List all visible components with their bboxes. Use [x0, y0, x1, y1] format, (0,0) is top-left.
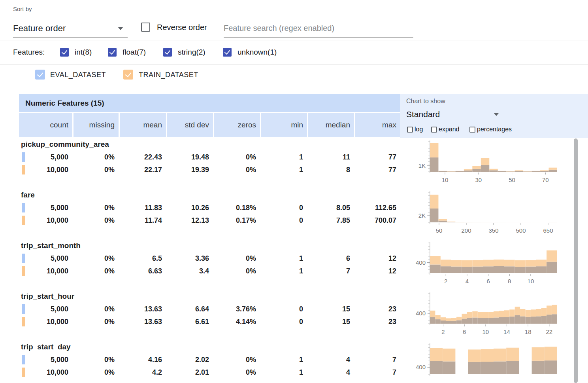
chart-type-value: Standard: [406, 110, 440, 119]
stat-value: 5,000: [19, 252, 72, 264]
feature-histogram[interactable]: 1K10305070: [407, 138, 565, 188]
sort-by-select[interactable]: Feature order: [13, 20, 128, 38]
filter-int-checkbox[interactable]: [60, 48, 69, 57]
feature-name: trip_start_month: [21, 241, 81, 250]
stat-value: 700.07: [354, 214, 400, 226]
column-header-median: median: [307, 113, 354, 137]
column-header-stddev: std dev: [166, 113, 213, 137]
check-icon: [125, 71, 132, 78]
log-checkbox[interactable]: [407, 127, 413, 133]
eval-dataset-checkbox[interactable]: [35, 70, 45, 80]
feature-histogram[interactable]: 2K50200350500650: [407, 188, 565, 239]
stat-value: 10,000: [19, 316, 72, 328]
filter-string-checkbox[interactable]: [163, 48, 172, 57]
column-header-min: min: [260, 113, 307, 137]
log-toggle: log: [407, 126, 423, 133]
stats-column-headers: count missing mean std dev zeros min med…: [19, 113, 400, 137]
filter-unknown-checkbox[interactable]: [223, 48, 232, 57]
dataset-color-swatch: [22, 355, 25, 364]
chart-x-tick-label: 10: [482, 328, 489, 335]
train-dataset-label: TRAIN_DATASET: [139, 71, 198, 79]
chart-x-tick-label: 2: [441, 328, 445, 335]
chart-x-tick-label: 8: [508, 278, 511, 284]
column-header-missing: missing: [72, 113, 119, 137]
stat-value: 7.85: [307, 214, 354, 226]
chart-type-select[interactable]: Standard: [406, 107, 501, 122]
numeric-features-title: Numeric Features (15): [19, 94, 400, 112]
features-filter-label: Features:: [13, 48, 45, 57]
stat-value: 0%: [72, 202, 119, 214]
stat-value: 10,000: [19, 366, 72, 378]
expand-label: expand: [439, 126, 460, 133]
stat-value: 112.65: [354, 202, 400, 214]
stat-row-train: 10,0000%13.636.614.14%01523: [19, 316, 400, 328]
chevron-down-icon: [494, 113, 499, 116]
stat-value: 5,000: [19, 354, 72, 366]
stat-value: 0%: [213, 252, 260, 264]
check-icon: [165, 49, 170, 55]
column-header-zeros: zeros: [213, 113, 260, 137]
percentages-checkbox[interactable]: [469, 127, 475, 133]
feature-block: pickup_community_area5,0000%22.4319.480%…: [0, 138, 588, 188]
chart-x-tick-label: 70: [542, 176, 549, 183]
chart-x-tick-label: 650: [543, 227, 553, 234]
feature-name: pickup_community_area: [21, 140, 109, 149]
dataset-color-swatch: [22, 216, 25, 225]
stat-row-train: 10,0000%11.7412.130.17%07.85700.07: [19, 214, 400, 226]
stat-value: 7: [354, 366, 400, 378]
stat-value: 1: [260, 164, 307, 176]
stat-value: 3.4: [166, 265, 213, 277]
expand-checkbox[interactable]: [431, 127, 437, 133]
stat-value: 1: [260, 151, 307, 163]
train-dataset-checkbox[interactable]: [123, 70, 133, 80]
dataset-color-swatch: [22, 266, 25, 276]
stat-value: 6: [307, 252, 354, 264]
stat-value: 0%: [213, 366, 260, 378]
feature-histogram[interactable]: 400246810: [407, 239, 565, 290]
column-header-mean: mean: [119, 113, 166, 137]
sort-by-label: Sort by: [13, 6, 32, 12]
stat-row-train: 10,0000%4.22.010%147: [19, 366, 400, 378]
stat-value: 0%: [72, 303, 119, 315]
stat-value: 12.13: [166, 214, 213, 226]
chart-y-tick-label: 1K: [418, 162, 426, 169]
stat-row-eval: 5,0000%6.53.360%1612: [19, 252, 400, 264]
feature-search-input[interactable]: [224, 19, 413, 38]
feature-histogram[interactable]: 4002610141822: [407, 290, 565, 340]
stat-value: 5,000: [19, 151, 72, 163]
stat-value: 6.64: [166, 303, 213, 315]
stat-value: 10,000: [19, 265, 72, 277]
chart-to-show-label: Chart to show: [406, 98, 445, 105]
filter-float-checkbox[interactable]: [108, 48, 117, 57]
stat-value: 13.63: [119, 316, 166, 328]
filter-string-label: string(2): [178, 48, 205, 57]
feature-block: trip_start_day5,0000%4.162.020%14710,000…: [0, 340, 588, 383]
percentages-label: percentages: [477, 126, 512, 133]
stat-row-eval: 5,0000%11.8310.260.18%08.05112.65: [19, 202, 400, 214]
chart-y-tick-label: 400: [416, 364, 426, 370]
reverse-order-checkbox[interactable]: [141, 23, 150, 32]
chart-x-tick-label: 50: [509, 176, 515, 183]
stat-value: 0%: [213, 265, 260, 277]
dataset-color-swatch: [22, 368, 25, 377]
stat-value: 2.02: [166, 354, 213, 366]
chart-x-tick-label: 18: [525, 328, 531, 335]
stat-value: 0%: [213, 164, 260, 176]
vertical-scrollbar[interactable]: [574, 138, 578, 383]
divider: [0, 40, 588, 40]
stat-value: 0%: [72, 316, 119, 328]
chart-x-tick-label: 500: [516, 227, 526, 234]
chart-x-tick-label: 10: [442, 176, 449, 183]
stat-value: 15: [307, 316, 354, 328]
stat-row-eval: 5,0000%22.4319.480%11177: [19, 151, 400, 163]
chart-x-tick-label: 4: [466, 278, 469, 284]
dataset-color-swatch: [22, 317, 25, 326]
stat-value: 0: [260, 303, 307, 315]
stat-row-train: 10,0000%6.633.40%1712: [19, 265, 400, 277]
facets-overview-page: Sort by Feature order Reverse order Feat…: [0, 0, 588, 383]
stat-value: 6.61: [166, 316, 213, 328]
chart-x-tick-label: 50: [436, 227, 443, 234]
stat-value: 10,000: [19, 164, 72, 176]
stat-value: 4: [307, 354, 354, 366]
feature-histogram[interactable]: 400: [407, 340, 565, 383]
